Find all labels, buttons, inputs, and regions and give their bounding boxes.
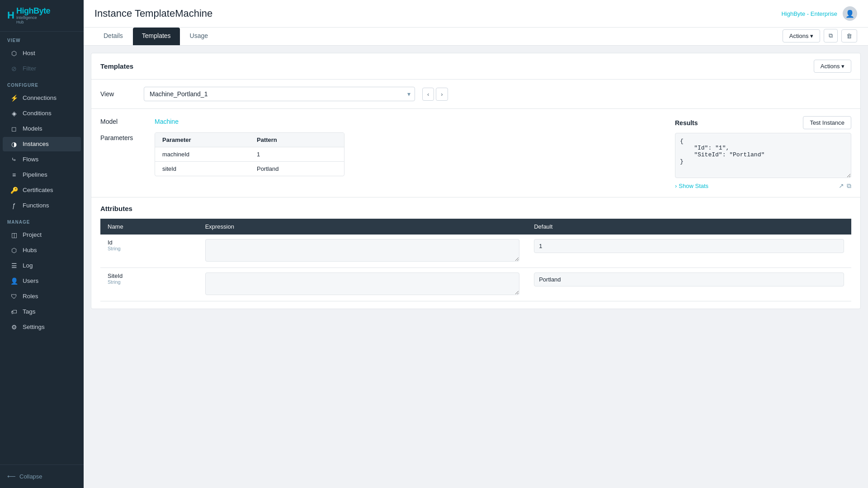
sidebar-item-flows[interactable]: ⤷ Flows xyxy=(3,152,81,167)
content: Templates Actions ▾ View Machine_Portlan… xyxy=(84,46,868,488)
delete-button[interactable]: 🗑 xyxy=(841,29,857,42)
sidebar-item-settings-label: Settings xyxy=(23,324,45,330)
sidebar-item-host-label: Host xyxy=(23,50,35,56)
sidebar-item-conditions-label: Conditions xyxy=(23,110,52,117)
user-avatar[interactable]: 👤 xyxy=(843,6,857,21)
results-textarea[interactable]: { "Id": "1", "SiteId": "Portland" } xyxy=(675,133,851,178)
sidebar-item-log-label: Log xyxy=(23,262,33,269)
sidebar-item-certificates[interactable]: 🔑 Certificates xyxy=(3,183,81,197)
attr-col-default: Default xyxy=(527,219,851,235)
project-icon: ◫ xyxy=(10,231,18,239)
parameters-field: Parameters Parameter Pattern machineId 1 xyxy=(100,132,666,176)
tags-icon: 🏷 xyxy=(10,308,18,315)
sidebar-item-tags[interactable]: 🏷 Tags xyxy=(3,305,81,319)
attr-row-1: SiteId String xyxy=(100,268,851,301)
settings-icon: ⚙ xyxy=(10,324,18,331)
model-value: Machine xyxy=(155,116,179,125)
attr-col-expression: Expression xyxy=(198,219,527,235)
manage-section-label: MANAGE xyxy=(0,213,84,227)
sidebar-item-connections[interactable]: ⚡ Connections xyxy=(3,91,81,105)
collapse-label: Collapse xyxy=(19,473,42,480)
params-table-header: Parameter Pattern xyxy=(155,133,344,147)
attr-type-0: String xyxy=(108,246,191,251)
parameters-label: Parameters xyxy=(100,132,146,141)
sidebar-item-instances[interactable]: ◑ Instances xyxy=(3,137,81,151)
sidebar-item-hubs[interactable]: ⬡ Hubs xyxy=(3,243,81,258)
sidebar-item-roles[interactable]: 🛡 Roles xyxy=(3,289,81,304)
view-select-wrapper: Machine_Portland_1 ▾ xyxy=(144,87,415,101)
collapse-icon: ⟵ xyxy=(7,473,16,480)
chevron-right-icon: › xyxy=(675,183,677,189)
attributes-table: Name Expression Default Id String xyxy=(100,219,851,301)
attributes-section: Attributes Name Expression Default Id xyxy=(91,197,860,309)
logo-sub: IntelligenceHub xyxy=(16,16,50,25)
sidebar-item-project-label: Project xyxy=(23,231,42,238)
sidebar-item-functions[interactable]: ƒ Functions xyxy=(3,198,81,213)
sidebar-item-instances-label: Instances xyxy=(23,141,49,147)
sidebar-item-models[interactable]: ◻ Models xyxy=(3,122,81,136)
configure-section-label: CONFIGURE xyxy=(0,76,84,90)
attr-expression-1[interactable] xyxy=(205,272,520,295)
attr-col-name: Name xyxy=(100,219,198,235)
models-icon: ◻ xyxy=(10,125,18,132)
attr-expression-0[interactable] xyxy=(205,239,520,262)
templates-section-header: Templates Actions ▾ xyxy=(91,53,860,80)
results-footer-icons: ↗ ⧉ xyxy=(839,182,851,190)
sidebar-item-conditions[interactable]: ◈ Conditions xyxy=(3,106,81,121)
view-select[interactable]: Machine_Portland_1 xyxy=(144,87,415,101)
params-table: Parameter Pattern machineId 1 siteId Por… xyxy=(155,132,344,176)
params-col-pattern: Pattern xyxy=(250,133,344,147)
nav-prev-button[interactable]: ‹ xyxy=(422,88,434,101)
tab-bar: Details Templates Usage Actions ▾ ⧉ 🗑 xyxy=(84,28,868,46)
attr-name-cell-0: Id String xyxy=(100,235,198,268)
results-footer: › Show Stats ↗ ⧉ xyxy=(675,182,851,190)
attr-default-input-0[interactable] xyxy=(534,239,844,253)
params-row-1: siteId Portland xyxy=(155,162,344,176)
param-name-1: siteId xyxy=(155,162,250,176)
sidebar-item-filter-label: Filter xyxy=(23,65,36,72)
filter-icon: ⊘ xyxy=(10,65,18,72)
copy-button[interactable]: ⧉ xyxy=(824,29,838,42)
functions-icon: ƒ xyxy=(10,202,18,209)
attr-default-input-1[interactable] xyxy=(534,272,844,286)
view-row: View Machine_Portland_1 ▾ ‹ › xyxy=(91,80,860,109)
flows-icon: ⤷ xyxy=(10,156,18,163)
sidebar-item-pipelines[interactable]: ≡ Pipelines xyxy=(3,168,81,182)
actions-label: Actions ▾ xyxy=(789,33,813,39)
templates-actions-button[interactable]: Actions ▾ xyxy=(814,60,851,73)
sidebar-item-log[interactable]: ☰ Log xyxy=(3,258,81,273)
test-instance-label: Test Instance xyxy=(810,119,844,126)
sidebar-item-settings[interactable]: ⚙ Settings xyxy=(3,320,81,334)
sidebar-item-host[interactable]: ⬡ Host xyxy=(3,46,81,61)
nav-next-button[interactable]: › xyxy=(436,88,448,101)
results-panel: Results Test Instance { "Id": "1", "Site… xyxy=(675,116,851,190)
collapse-button[interactable]: ⟵ Collapse xyxy=(0,469,84,483)
test-instance-button[interactable]: Test Instance xyxy=(803,116,851,129)
tab-details[interactable]: Details xyxy=(94,28,132,45)
sidebar-item-tags-label: Tags xyxy=(23,308,36,315)
params-col-parameter: Parameter xyxy=(155,133,250,147)
top-header: Instance TemplateMachine HighByte - Ente… xyxy=(84,0,868,28)
attr-expr-cell-0 xyxy=(198,235,527,268)
sidebar-item-certificates-label: Certificates xyxy=(23,187,53,193)
external-link-icon[interactable]: ↗ xyxy=(839,182,844,190)
attr-row-0: Id String xyxy=(100,235,851,268)
sidebar-item-project[interactable]: ◫ Project xyxy=(3,228,81,242)
tab-templates[interactable]: Templates xyxy=(133,28,180,45)
instances-icon: ◑ xyxy=(10,141,18,148)
sidebar-item-users[interactable]: 👤 Users xyxy=(3,274,81,288)
actions-dropdown-button[interactable]: Actions ▾ xyxy=(783,29,820,42)
templates-card: Templates Actions ▾ View Machine_Portlan… xyxy=(91,53,861,309)
show-stats-link[interactable]: › Show Stats xyxy=(675,183,708,189)
tab-usage[interactable]: Usage xyxy=(181,28,217,45)
sidebar-item-pipelines-label: Pipelines xyxy=(23,171,47,178)
model-label: Model xyxy=(100,116,146,125)
copy-results-icon[interactable]: ⧉ xyxy=(847,182,851,190)
sidebar-item-models-label: Models xyxy=(23,125,42,132)
attr-name-0: Id xyxy=(108,239,191,246)
enterprise-label: HighByte - Enterprise xyxy=(781,10,837,17)
attr-name-cell-1: SiteId String xyxy=(100,268,198,301)
logo-brand: HighByte xyxy=(16,6,50,16)
results-title: Results xyxy=(675,119,698,127)
main-content: Instance TemplateMachine HighByte - Ente… xyxy=(84,0,868,488)
